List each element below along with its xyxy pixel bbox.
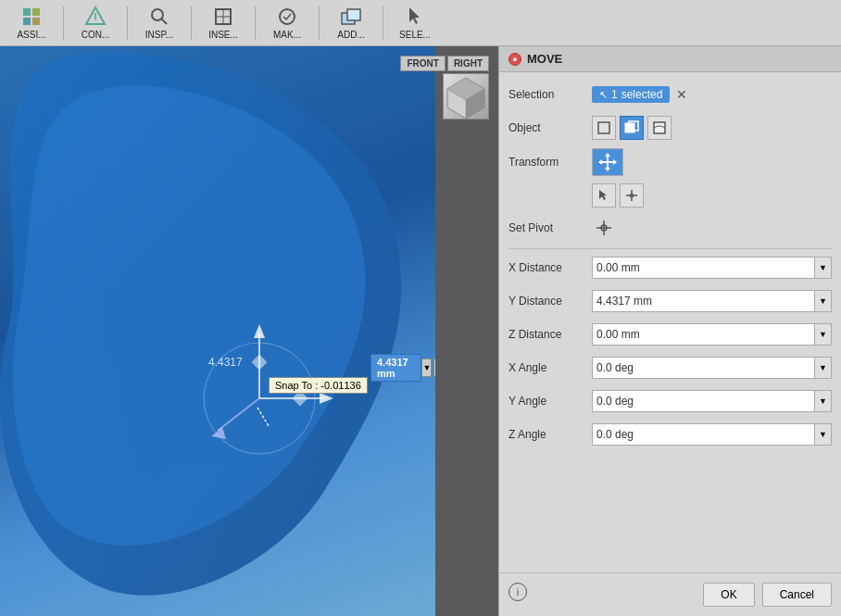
inspect-icon [148, 6, 170, 28]
y-angle-input[interactable] [592, 390, 815, 412]
set-pivot-label: Set Pivot [508, 221, 592, 234]
z-angle-label: Z Angle [508, 428, 592, 441]
selection-clear-btn[interactable]: ✕ [673, 86, 690, 103]
x-angle-input[interactable] [592, 357, 815, 379]
cube-label-row: FRONT RIGHT [400, 56, 489, 71]
selection-cursor-icon: ↖ [599, 89, 608, 101]
y-distance-label: Y Distance [508, 295, 592, 308]
svg-marker-35 [605, 168, 610, 171]
transform-cursor-btn[interactable] [592, 183, 616, 207]
value-input-box[interactable]: 4.4317 mm [370, 354, 421, 382]
cube-3d[interactable] [443, 73, 489, 119]
svg-rect-13 [347, 9, 360, 20]
cube-face-front[interactable]: FRONT [400, 56, 445, 71]
z-angle-input[interactable] [592, 423, 815, 446]
svg-point-11 [280, 9, 295, 24]
x-angle-dropdown[interactable]: ▼ [815, 357, 832, 379]
x-distance-dropdown[interactable]: ▼ [815, 257, 832, 279]
toolbar-sep-1 [63, 6, 64, 40]
toolbar-btn-add[interactable]: ADD... [323, 3, 379, 44]
svg-point-44 [603, 227, 605, 229]
transform-label: Transform [508, 156, 592, 169]
svg-rect-31 [654, 122, 665, 133]
value-dropdown-btn[interactable]: ▼ [421, 358, 432, 377]
toolbar-btn-assemble[interactable]: ASSI... [4, 3, 59, 44]
toolbar-sep-6 [383, 6, 383, 40]
svg-rect-1 [32, 8, 40, 16]
toolbar-btn-select[interactable]: SELE... [387, 3, 443, 44]
nav-cube: FRONT RIGHT [400, 56, 489, 119]
svg-rect-28 [598, 122, 609, 133]
construct-icon [84, 6, 107, 28]
snap-tooltip: Snap To : -0.01136 [269, 377, 368, 394]
object-content [592, 116, 832, 140]
info-btn[interactable]: i [508, 583, 527, 601]
toolbar-label-select: SELE... [399, 30, 431, 40]
set-pivot-content [592, 216, 832, 240]
z-distance-label: Z Distance [508, 328, 592, 341]
pivot-icon[interactable] [592, 216, 616, 240]
panel-close-btn[interactable]: ● [508, 53, 521, 66]
svg-marker-34 [605, 153, 610, 157]
toolbar-btn-insert[interactable]: INSE... [195, 3, 251, 44]
viewport-bg: 4.4317 Snap To : -0.01136 4.4317 mm ▼ ⊕ [0, 46, 435, 616]
y-distance-input[interactable] [592, 290, 815, 312]
selection-count: 1 [611, 88, 618, 101]
cube-face-right[interactable]: RIGHT [447, 56, 489, 71]
selection-badge[interactable]: ↖ 1 selected [592, 86, 670, 103]
select-icon [404, 6, 426, 28]
toolbar-btn-inspect[interactable]: INSP... [132, 3, 187, 44]
z-angle-dropdown[interactable]: ▼ [815, 423, 832, 446]
transform-main-btn[interactable] [592, 148, 623, 176]
object-btn-box[interactable] [592, 116, 616, 140]
object-btn-surface[interactable] [647, 116, 672, 140]
toolbar-label-insert: INSE... [208, 30, 238, 40]
transform-row2 [508, 183, 832, 207]
value-plus-btn[interactable]: ⊕ [433, 358, 435, 377]
transform-axis-btn[interactable] [620, 183, 644, 207]
x-angle-label: X Angle [508, 361, 592, 374]
toolbar-label-add: ADD... [337, 30, 364, 40]
svg-line-7 [161, 19, 167, 24]
toolbar-sep-5 [319, 6, 320, 40]
z-distance-input[interactable] [592, 323, 815, 346]
toolbar-sep-2 [127, 6, 128, 40]
transform-row: Transform [508, 148, 832, 176]
z-distance-row: Z Distance ▼ [508, 321, 832, 347]
selection-text: selected [621, 88, 663, 101]
toolbar-label-inspect: INSP... [145, 30, 173, 40]
y-angle-dropdown[interactable]: ▼ [815, 390, 832, 412]
y-distance-field: ▼ [592, 290, 832, 312]
x-distance-input[interactable] [592, 257, 815, 279]
z-distance-field: ▼ [592, 323, 832, 346]
divider-1 [508, 248, 832, 249]
snap-tooltip-text: Snap To : -0.01136 [275, 380, 361, 391]
panel-body: Selection ↖ 1 selected ✕ Object [499, 72, 841, 464]
viewport: 4.4317 Snap To : -0.01136 4.4317 mm ▼ ⊕ [0, 46, 435, 616]
ok-button[interactable]: OK [703, 583, 754, 607]
toolbar-sep-3 [191, 6, 192, 40]
svg-rect-2 [23, 18, 31, 25]
toolbar-label-make: MAK... [273, 30, 301, 40]
panel-footer: i OK Cancel [499, 572, 841, 616]
value-input-overlay[interactable]: 4.4317 mm ▼ ⊕ [370, 354, 435, 382]
blob-svg: 4.4317 [0, 46, 435, 616]
selection-row: Selection ↖ 1 selected ✕ [508, 82, 832, 107]
svg-text:4.4317: 4.4317 [208, 356, 243, 369]
selection-label: Selection [508, 88, 592, 101]
svg-marker-37 [613, 159, 617, 165]
cancel-button[interactable]: Cancel [762, 583, 832, 607]
svg-rect-3 [32, 18, 40, 25]
object-label: Object [508, 121, 592, 134]
object-btn-solid[interactable] [620, 116, 644, 140]
z-distance-dropdown[interactable]: ▼ [815, 323, 832, 346]
toolbar: ASSI... CON... INSP... INSE... MAK... AD… [0, 0, 841, 46]
y-distance-dropdown[interactable]: ▼ [815, 290, 832, 312]
toolbar-btn-make[interactable]: MAK... [259, 3, 315, 44]
make-icon [276, 6, 298, 28]
y-distance-row: Y Distance ▼ [508, 288, 832, 314]
toolbar-btn-construct[interactable]: CON... [68, 3, 123, 44]
selection-content: ↖ 1 selected ✕ [592, 86, 832, 103]
panel-header: ● MOVE [499, 46, 841, 72]
x-distance-row: X Distance ▼ [508, 255, 832, 281]
